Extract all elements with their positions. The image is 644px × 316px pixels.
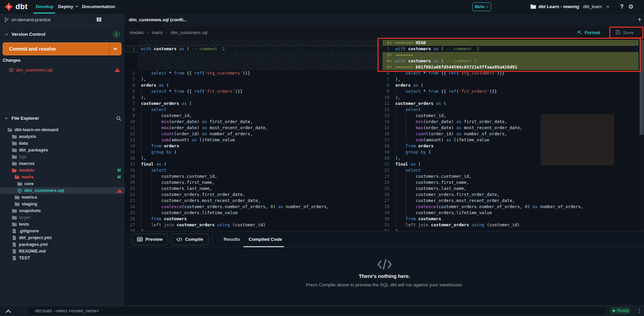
code-line-2[interactable]: 2with customers as ( -- comment 2 — [383, 46, 639, 52]
beta-button[interactable]: Beta — [472, 2, 491, 11]
tree-item-marts[interactable]: martsM — [0, 174, 125, 180]
dbt-logo-text[interactable]: dbt — [16, 2, 28, 11]
code-line-32[interactable]: 32) — [383, 228, 639, 231]
code-line-7[interactable]: 7customer_orders as ( — [125, 100, 379, 107]
code-line-11[interactable]: 11customer_orders as ( — [383, 100, 639, 107]
tree-item-metrics[interactable]: metrics — [0, 194, 125, 201]
code-line-22[interactable]: 22 select — [383, 167, 639, 173]
code-line-1[interactable]: 1+<<<<<<< HEAD — [383, 40, 639, 46]
chevron-up-icon[interactable] — [5, 309, 11, 313]
code-line-18[interactable]: 18 select — [125, 167, 379, 173]
new-tab-button[interactable]: + — [636, 13, 644, 26]
tree-item-models[interactable]: modelsM — [0, 167, 125, 174]
tree-item-tests[interactable]: tests — [0, 221, 125, 228]
kebab-menu-icon[interactable]: ⋮ — [637, 306, 642, 316]
code-line-20[interactable]: 20 customers.first_name, — [125, 179, 379, 185]
format-button[interactable]: Format — [577, 26, 600, 39]
breadcrumb-item[interactable]: dim_customers.sql — [171, 30, 207, 35]
tree-item-core[interactable]: core — [0, 180, 125, 187]
code-line-7[interactable]: 7), — [383, 76, 639, 82]
code-line-31[interactable]: 31 left join customer_orders using (cust… — [383, 222, 639, 228]
tree-item-dim-customers-sql[interactable]: dim_customers.sql — [0, 187, 125, 194]
code-line-14[interactable]: 14 from orders — [125, 143, 379, 149]
tree-item--gitignore[interactable]: .gitignore — [0, 228, 125, 234]
editor-scrollbar-thumb[interactable] — [640, 39, 644, 135]
code-line-3[interactable]: 3+======= — [383, 52, 639, 58]
help-button[interactable]: ? — [620, 0, 623, 13]
commit-and-resolve-button[interactable]: Commit and resolve — [3, 42, 121, 55]
code-line-10[interactable]: 10 min(order_date) as first_order_date, — [125, 119, 379, 125]
tree-item-macros[interactable]: macros — [0, 160, 125, 167]
code-line-9[interactable]: 9 select * from {{ ref('fct_orders')}} — [383, 88, 639, 94]
nav-item-documentation[interactable]: Documentation — [82, 0, 115, 13]
version-control-header[interactable]: Version Control 1 — [0, 28, 125, 40]
code-line-24[interactable]: 24 customers.first_name, — [383, 179, 639, 185]
settings-gear-icon[interactable]: ⚙ — [628, 0, 634, 13]
code-line-30[interactable]: 30 from customers — [383, 216, 639, 222]
tree-item-dbt-project-yml[interactable]: dbt_project.yml — [0, 234, 125, 241]
nav-item-develop[interactable]: Develop — [36, 0, 54, 13]
code-line-8[interactable]: 8orders as ( — [383, 82, 639, 88]
command-input[interactable]: dbt build --select <model_name> — [28, 307, 606, 315]
tree-item-analysis[interactable]: analysis — [0, 133, 125, 140]
tab-compiled-code[interactable]: Compiled Code — [249, 231, 282, 247]
search-icon[interactable] — [116, 116, 121, 121]
tab-dim-customers[interactable]: dim_customers.sql (confli... × — [125, 13, 164, 26]
tree-item-data[interactable]: data — [0, 140, 125, 147]
file-explorer-header[interactable]: File Explorer — [0, 113, 125, 123]
code-line-23[interactable]: 23 customer_orders.most_recent_order_dat… — [125, 198, 379, 204]
docs-book-icon[interactable] — [96, 17, 102, 23]
code-line-12[interactable]: 12 count(order_id) as number_of_orders, — [125, 131, 379, 137]
code-line-16[interactable]: 16), — [125, 155, 379, 161]
code-line-17[interactable]: 17final as ( — [125, 161, 379, 167]
dbt-logo-icon[interactable] — [4, 2, 13, 11]
breadcrumb-item[interactable]: models — [130, 30, 144, 35]
changed-file-row[interactable]: dim_customers.sql — [0, 66, 125, 74]
project-selector[interactable]: dbt_learn — [583, 0, 602, 13]
code-line-4[interactable]: 4+with customers as ( -- comment 1 — [383, 58, 639, 64]
tab-results[interactable]: Results — [224, 231, 240, 247]
close-icon[interactable]: × — [158, 13, 161, 26]
code-line-15[interactable]: 15 group by 1 — [125, 149, 379, 155]
code-line-26[interactable]: 26 customer_orders.first_order_date, — [383, 192, 639, 198]
code-line-22[interactable]: 22 customer_orders.first_order_date, — [125, 192, 379, 198]
code-line-1[interactable]: 1with customers as ( -- comment 2 — [125, 46, 379, 52]
tree-item-dbt-learn-on-demand[interactable]: dbt-learn-on-demand — [0, 126, 125, 133]
tree-item-packages-yml[interactable]: packages.yml — [0, 241, 125, 248]
tree-item-staging[interactable]: staging — [0, 201, 125, 207]
tree-item-test[interactable]: TEST — [0, 255, 125, 261]
compile-button[interactable]: Compile — [171, 234, 208, 245]
code-line-3[interactable]: 3), — [125, 76, 379, 82]
status-badge[interactable]: Ready — [609, 307, 630, 314]
save-button[interactable]: Save — [615, 26, 634, 39]
code-line-28[interactable]: 28) — [125, 228, 379, 231]
code-line-6[interactable]: 6 select * from {{ ref('stg_customers')}… — [383, 70, 639, 76]
account-name[interactable]: dbt Learn - mwong — [538, 0, 579, 13]
code-line-25[interactable]: 25 customer_orders.lifetime_value — [125, 210, 379, 216]
code-line-2[interactable]: 2 select * from {{ ref('stg_customers')}… — [125, 70, 379, 76]
code-line-23[interactable]: 23 customers.customer_id, — [383, 173, 639, 179]
code-line-21[interactable]: 21 customers.last_name, — [125, 185, 379, 192]
code-line-26[interactable]: 26 from customers — [125, 216, 379, 222]
chevron-down-icon[interactable] — [113, 47, 118, 51]
code-line-19[interactable]: 19 customers.customer_id, — [125, 173, 379, 179]
code-line-29[interactable]: 29 customer_orders.lifetime_value — [383, 210, 639, 216]
tree-item-dbt-packages[interactable]: dbt_packages — [0, 147, 125, 153]
tree-item-readme-md[interactable]: README.md — [0, 248, 125, 255]
code-line-8[interactable]: 8 select — [125, 107, 379, 113]
code-line-12[interactable]: 12 select — [383, 107, 639, 113]
editor-pane-left[interactable]: 1with customers as ( -- comment 22 selec… — [125, 39, 379, 231]
code-line-5[interactable]: 5 select * from {{ ref('fct_orders')}} — [125, 88, 379, 94]
tree-item-target[interactable]: target — [0, 214, 125, 221]
preview-button[interactable]: Preview — [132, 234, 168, 245]
chevron-down-icon[interactable] — [606, 5, 610, 9]
code-line-5[interactable]: 5+>>>>>>> b81f802a66fd544504c65721e3ffaa… — [383, 64, 639, 70]
tree-item-snapshots[interactable]: snapshots — [0, 207, 125, 214]
code-line-27[interactable]: 27 customer_orders.most_recent_order_dat… — [383, 198, 639, 204]
code-line-6[interactable]: 6), — [125, 94, 379, 100]
code-line-25[interactable]: 25 customers.last_name, — [383, 185, 639, 192]
breadcrumb-item[interactable]: marts — [152, 30, 163, 35]
code-line-27[interactable]: 27 left join customer_orders using (cust… — [125, 222, 379, 228]
nav-item-deploy[interactable]: Deploy — [58, 0, 79, 13]
code-line-28[interactable]: 28 coalesce(customer_orders.number_of_or… — [383, 204, 639, 210]
